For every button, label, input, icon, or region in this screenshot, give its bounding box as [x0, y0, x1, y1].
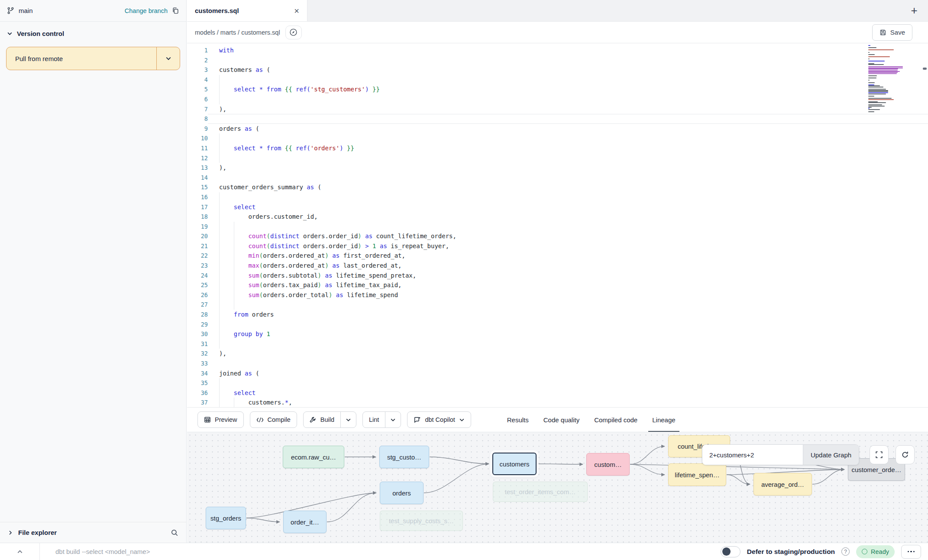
code-line[interactable]: 34joined as (	[187, 369, 928, 379]
new-tab-button[interactable]: +	[900, 0, 928, 21]
code-editor[interactable]: 1with23customers as (45 select * from {{…	[187, 43, 928, 407]
indent-guide	[234, 251, 234, 261]
pull-dropdown[interactable]	[156, 47, 180, 70]
line-number: 11	[187, 143, 208, 153]
lineage-search-input[interactable]	[702, 445, 803, 465]
lineage-node-customers[interactable]: customers	[492, 453, 537, 475]
code-line[interactable]: 26 sum(orders.order_total) as lifetime_s…	[187, 290, 928, 300]
refresh-button[interactable]	[896, 445, 915, 464]
code-line[interactable]: 22 min(orders.ordered_at) as first_order…	[187, 251, 928, 261]
indent-guide	[219, 378, 220, 388]
code-line[interactable]: 14	[187, 173, 928, 183]
code-line[interactable]: 30 group by 1	[187, 329, 928, 339]
code-line[interactable]: 29	[187, 320, 928, 330]
code-line[interactable]: 19	[187, 222, 928, 232]
copilot-icon[interactable]	[285, 26, 302, 39]
lineage-node-custom[interactable]: custom…	[586, 453, 630, 476]
defer-toggle[interactable]	[721, 546, 740, 557]
search-icon[interactable]	[171, 529, 178, 537]
version-control-header[interactable]: Version control	[0, 22, 186, 45]
line-number: 15	[187, 182, 208, 192]
build-label: Build	[320, 416, 334, 423]
line-number: 3	[187, 65, 208, 75]
lineage-node-test_order_items[interactable]: test_order_items_com…	[493, 482, 588, 502]
lineage-node-lifetime_spen[interactable]: lifetime_spen…	[668, 463, 726, 486]
build-button[interactable]: Build	[303, 411, 356, 428]
code-icon	[256, 417, 264, 423]
tab-lineage[interactable]: Lineage	[645, 408, 682, 432]
lineage-node-orders[interactable]: orders	[380, 482, 424, 504]
code-line[interactable]: 20 count(distinct orders.order_id) as co…	[187, 231, 928, 241]
code-line[interactable]: 28 from orders	[187, 310, 928, 320]
change-branch-link[interactable]: Change branch	[125, 7, 168, 14]
breadcrumb-row: models / marts / customers.sql Save	[187, 22, 928, 43]
code-line[interactable]: 24 sum(orders.subtotal) as lifetime_spen…	[187, 271, 928, 281]
code-line[interactable]: 13),	[187, 163, 928, 173]
git-branch-icon	[7, 7, 14, 14]
code-line[interactable]: 35	[187, 378, 928, 388]
line-number: 23	[187, 261, 208, 271]
lineage-node-order_it[interactable]: order_it…	[283, 511, 327, 533]
file-explorer-row[interactable]: File explorer	[0, 522, 186, 543]
indent-guide	[234, 398, 234, 407]
update-graph-button[interactable]: Update Graph	[803, 445, 859, 465]
preview-button[interactable]: Preview	[197, 411, 244, 428]
code-line[interactable]: 36 select	[187, 388, 928, 398]
tab-customers-sql[interactable]: customers.sql ×	[187, 0, 307, 21]
code-line[interactable]: 25 sum(orders.tax_paid) as lifetime_tax_…	[187, 280, 928, 290]
code-line[interactable]: 17 select	[187, 202, 928, 212]
code-line[interactable]: 31	[187, 339, 928, 349]
code-line[interactable]: 37 customers.*,	[187, 398, 928, 407]
compile-button[interactable]: Compile	[250, 411, 297, 428]
code-line[interactable]: 2	[187, 55, 928, 65]
code-line[interactable]: 6	[187, 94, 928, 104]
lint-button[interactable]: Lint	[362, 411, 401, 428]
code-line[interactable]: 15customer_orders_summary as (	[187, 182, 928, 192]
copy-icon[interactable]	[172, 7, 179, 14]
lineage-node-stg_custo[interactable]: stg_custo…	[379, 446, 429, 468]
code-line[interactable]: 23 max(orders.ordered_at) as last_ordere…	[187, 261, 928, 271]
code-line[interactable]: 21 count(distinct orders.order_id) > 1 a…	[187, 241, 928, 251]
code-line[interactable]: 10	[187, 133, 928, 143]
command-bar-expand-button[interactable]	[0, 543, 40, 560]
code-line[interactable]: 9orders as (	[187, 124, 928, 134]
code-line[interactable]: 32),	[187, 349, 928, 359]
help-icon[interactable]: ?	[841, 547, 850, 556]
lineage-node-stg_orders[interactable]: stg_orders	[206, 507, 246, 529]
code-line[interactable]: 33	[187, 359, 928, 369]
code-line[interactable]: 5 select * from {{ ref('stg_customers') …	[187, 84, 928, 94]
command-input-placeholder[interactable]: dbt build --select <model_name>	[55, 548, 150, 555]
lineage-node-ecom[interactable]: ecom.raw_cu…	[283, 446, 344, 468]
indent-guide	[219, 192, 220, 202]
lineage-node-average_ord[interactable]: average_ord…	[753, 473, 812, 495]
more-options-button[interactable]	[901, 545, 921, 559]
code-line[interactable]: 4	[187, 75, 928, 85]
code-line[interactable]: 7),	[187, 104, 928, 114]
code-line[interactable]: 3customers as (	[187, 65, 928, 75]
code-line[interactable]: 12	[187, 153, 928, 163]
fullscreen-button[interactable]	[870, 445, 889, 464]
defer-label: Defer to staging/production	[747, 548, 835, 556]
dbt-copilot-button[interactable]: dbt Copilot	[407, 411, 471, 428]
code-line[interactable]: 8	[187, 114, 928, 124]
status-bar: dbt build --select <model_name> Defer to…	[0, 543, 928, 560]
editor-minimap[interactable]	[868, 45, 905, 113]
tab-code-quality[interactable]: Code quality	[536, 408, 587, 432]
save-button[interactable]: Save	[872, 24, 912, 41]
indent-guide	[219, 84, 220, 94]
lineage-node-test_supply[interactable]: test_supply_costs_s…	[380, 511, 463, 531]
code-line[interactable]: 18 orders.customer_id,	[187, 212, 928, 222]
ready-label: Ready	[871, 548, 889, 555]
editor-scrollbar[interactable]	[923, 68, 927, 70]
code-line[interactable]: 27	[187, 300, 928, 310]
lint-dropdown[interactable]	[385, 412, 401, 427]
pull-from-remote-button[interactable]: Pull from remote	[6, 47, 180, 70]
tab-results[interactable]: Results	[500, 408, 536, 432]
code-line[interactable]: 11 select * from {{ ref('orders') }}	[187, 143, 928, 153]
code-line[interactable]: 1with	[187, 45, 928, 55]
lineage-canvas[interactable]: ecom.raw_cu…stg_custo…customerscustom…or…	[187, 432, 928, 543]
build-dropdown[interactable]	[340, 412, 356, 427]
close-tab-icon[interactable]: ×	[294, 6, 299, 15]
code-line[interactable]: 16	[187, 192, 928, 202]
tab-compiled-code[interactable]: Compiled code	[587, 408, 645, 432]
